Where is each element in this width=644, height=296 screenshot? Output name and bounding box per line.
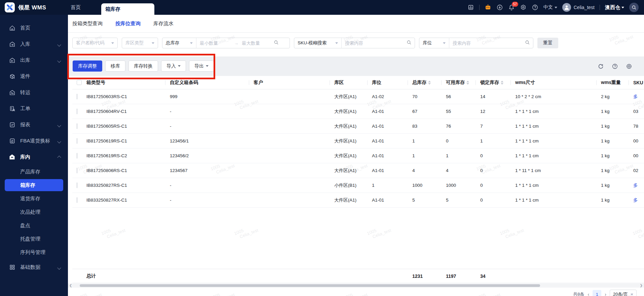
sort-control[interactable] [428, 81, 431, 85]
table-row: IB817250619RS-C1 123456/1 大件区(A1) A1-01 … [72, 134, 644, 149]
select-all-checkbox[interactable] [77, 80, 82, 85]
row-checkbox[interactable] [77, 138, 77, 144]
next-page-button[interactable]: › [605, 292, 606, 296]
库存调整-button[interactable]: 库存调整 [73, 60, 102, 72]
scroll-left-arrow[interactable]: ❮ [69, 284, 72, 288]
tab-active[interactable]: 按库位查询 [115, 20, 141, 27]
column-header[interactable]: 可用库存 [446, 76, 480, 89]
topbar-divider [600, 5, 600, 10]
cell-weight: 1 kg [601, 183, 633, 188]
topnav-active-tab[interactable]: 箱库存 [101, 3, 154, 15]
cell-size: 1 * 1 * 1 cm [515, 124, 601, 129]
sidebar-item-report[interactable]: 报表 [0, 117, 68, 133]
download-circle-icon[interactable] [496, 4, 503, 11]
help-circle-icon[interactable] [532, 4, 538, 11]
page-size-value: 20条/页 [613, 291, 628, 296]
language-switcher[interactable]: 中文 [543, 4, 557, 10]
导入-button[interactable]: 导入 [161, 60, 186, 72]
page-size-select[interactable]: 20条/页 [610, 290, 637, 296]
cell-weight: 1 kg [601, 153, 633, 158]
cell-zone: 大件区(A1) [334, 138, 372, 144]
refresh-icon[interactable] [598, 63, 604, 69]
location-search-input[interactable] [449, 38, 525, 48]
sku-search-input[interactable] [342, 38, 407, 48]
cell-available: 5 [446, 198, 480, 203]
sidebar-subitem[interactable]: 退货库存 [0, 192, 68, 205]
cell-location: A1-01 [372, 168, 412, 173]
sidebar-subitem[interactable]: 盘点 [0, 219, 68, 232]
horizontal-scrollbar[interactable]: ❮ ❯ [68, 284, 644, 288]
sidebar-item-ticket[interactable]: 工单 [0, 100, 68, 117]
sidebar-item-transfer[interactable]: 转运 [0, 84, 68, 100]
cell-sku: 00 [633, 138, 644, 143]
移库-button[interactable]: 移库 [105, 60, 125, 72]
cell-total: 1000 [412, 183, 446, 188]
库存转换-button[interactable]: 库存转换 [128, 60, 158, 72]
location-select[interactable]: 库位 [419, 38, 449, 48]
global-search-icon[interactable] [629, 3, 639, 12]
hex-nut-settings-icon[interactable] [520, 4, 527, 11]
导出-button[interactable]: 导出 [189, 60, 214, 72]
table-header-row: 箱类型号自定义箱条码客户库区库位总库存可用库存锁定库存wms尺寸wms重量SKU [72, 76, 644, 89]
cell-location: 1 [372, 183, 412, 188]
chevron-up-icon [57, 156, 61, 159]
search-icon[interactable] [407, 40, 412, 46]
column-settings-gear-icon[interactable] [626, 63, 632, 69]
sidebar-item-grid[interactable]: 基础数据 [0, 259, 68, 275]
scrollbar-thumb[interactable] [80, 284, 540, 287]
sidebar-item-returns[interactable]: 退件 [0, 68, 68, 84]
sidebar-item-home[interactable]: 首页 [0, 20, 68, 36]
prev-page-button[interactable]: ‹ [588, 292, 590, 296]
warehouse-switcher[interactable]: 澳西仓 [605, 4, 624, 11]
sort-control[interactable] [466, 81, 469, 85]
help-circle-icon[interactable] [612, 63, 618, 69]
sku-mode-select[interactable]: SKU-模糊搜索 [294, 38, 341, 48]
min-quantity-input[interactable] [196, 38, 234, 48]
robot-assistant-icon[interactable] [485, 4, 491, 11]
sidebar-subitem[interactable]: 托盘管理 [0, 232, 68, 246]
tab-inactive[interactable]: 库存流水 [153, 20, 174, 27]
inbox-tray-icon[interactable] [467, 4, 474, 11]
topnav-home[interactable]: 首页 [71, 0, 81, 15]
cell-available: 1000 [446, 183, 480, 188]
cell-sku[interactable]: 多 [633, 94, 644, 100]
reset-button[interactable]: 重置 [537, 38, 558, 48]
zone-type-placeholder: 库区类型 [125, 40, 144, 46]
range-arrow: → [234, 41, 238, 46]
scroll-right-arrow[interactable]: ❯ [640, 284, 643, 288]
row-checkbox[interactable] [77, 197, 77, 203]
cell-sku[interactable]: 多 [633, 197, 644, 203]
sidebar-item-fba[interactable]: FBA退货换标 [0, 133, 68, 149]
sidebar-subitem[interactable]: 序列号管理 [0, 246, 68, 259]
sku-mode-value: SKU-模糊搜索 [298, 40, 327, 46]
row-checkbox[interactable] [77, 123, 77, 129]
row-checkbox[interactable] [77, 94, 77, 99]
quantity-type-select[interactable]: 总库存 [162, 38, 196, 48]
max-quantity-input[interactable] [238, 38, 274, 48]
search-icon[interactable] [274, 40, 279, 46]
row-checkbox[interactable] [77, 109, 77, 114]
zone-type-select[interactable]: 库区类型 [122, 38, 158, 48]
sidebar-subitem[interactable]: 产品库存 [0, 165, 68, 178]
sidebar-item-inbound[interactable]: 入库 [0, 36, 68, 52]
current-page[interactable]: 1 [593, 290, 601, 296]
cell-sku[interactable]: 多 [633, 182, 644, 188]
sidebar-item-warehouse[interactable]: 库内 [0, 149, 68, 165]
sidebar-item-outbound[interactable]: 出库 [0, 52, 68, 68]
tab-inactive[interactable]: 按箱类型查询 [72, 20, 103, 27]
sidebar-subitem[interactable]: 次品处理 [0, 205, 68, 219]
cell-total: 83 [412, 124, 446, 129]
column-header[interactable]: 锁定库存 [480, 76, 515, 89]
row-checkbox[interactable] [77, 153, 77, 159]
customer-select-placeholder: 客户名称/代码 [76, 40, 105, 46]
notifications-bell-icon[interactable]: 57 [508, 4, 515, 11]
row-checkbox[interactable] [77, 182, 77, 188]
column-header[interactable]: 总库存 [412, 76, 446, 89]
cell-locked: 12 [480, 109, 515, 114]
search-icon[interactable] [525, 40, 530, 46]
sort-control[interactable] [501, 81, 503, 85]
row-checkbox[interactable] [77, 168, 77, 173]
customer-select[interactable]: 客户名称/代码 [72, 38, 118, 48]
sidebar-subitem[interactable]: 箱库存 [0, 178, 68, 192]
user-menu[interactable]: Celia_test [562, 3, 595, 12]
